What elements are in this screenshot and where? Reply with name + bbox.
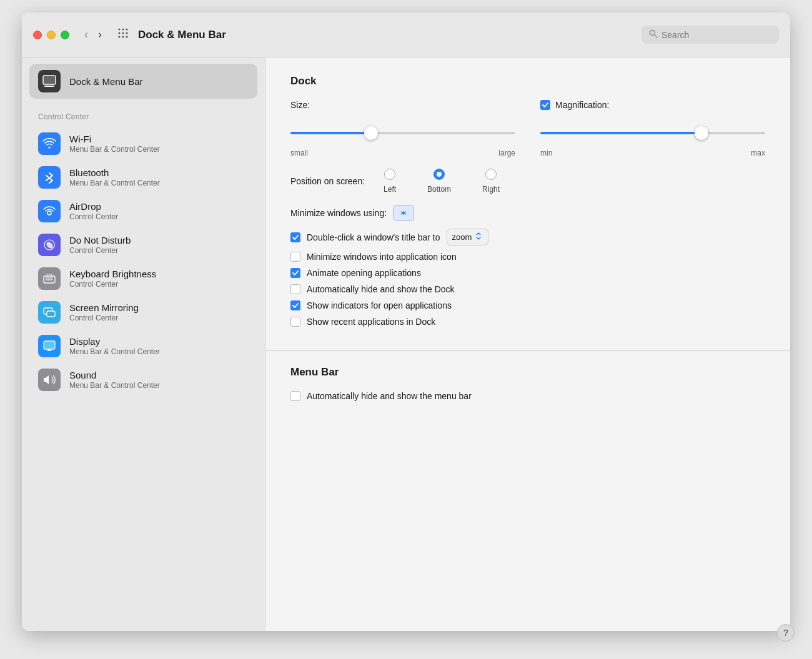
bluetooth-sub-label: Menu Bar & Control Center (69, 179, 160, 187)
dropdown-arrows-icon (474, 232, 483, 242)
traffic-lights (33, 31, 69, 39)
airdrop-sub-label: Control Center (69, 212, 118, 221)
menubar-auto-hide-label: Automatically hide and show the menu bar (307, 391, 472, 401)
magnification-label: Magnification: (555, 100, 609, 110)
dnd-sub-label: Control Center (69, 246, 131, 255)
left-radio[interactable] (384, 169, 395, 180)
left-label: Left (384, 185, 396, 194)
sound-icon (38, 369, 61, 391)
sidebar-item-airdrop[interactable]: AirDrop Control Center (29, 195, 257, 227)
sidebar-item-keyboard[interactable]: Keyboard Brightness Control Center (29, 262, 257, 295)
sidebar-item-wifi[interactable]: Wi-Fi Menu Bar & Control Center (29, 127, 257, 160)
double-click-checkbox[interactable] (290, 232, 300, 242)
sound-label: Sound (69, 370, 160, 380)
minimize-button[interactable] (47, 31, 56, 39)
animate-label: Animate opening applications (307, 268, 421, 278)
search-box[interactable] (641, 26, 779, 44)
svg-point-5 (126, 32, 128, 34)
bottom-radio[interactable] (433, 169, 445, 180)
mag-min-label: min (540, 149, 552, 157)
double-click-value: zoom (452, 232, 472, 242)
animate-checkbox[interactable] (290, 268, 300, 278)
svg-point-0 (119, 29, 121, 31)
size-small-label: small (290, 149, 308, 157)
sidebar-item-display[interactable]: Display Menu Bar & Control Center (29, 330, 257, 362)
auto-hide-label: Automatically hide and show the Dock (307, 284, 455, 294)
menubar-title: Menu Bar (290, 366, 765, 379)
svg-point-2 (126, 29, 128, 31)
show-recent-checkbox[interactable] (290, 317, 300, 327)
svg-point-9 (650, 31, 655, 36)
sidebar: Dock & Menu Bar Control Center Wi-Fi (22, 57, 265, 631)
svg-point-4 (122, 32, 124, 34)
show-indicators-checkbox[interactable] (290, 300, 300, 310)
svg-point-3 (119, 32, 121, 34)
control-center-header: Control Center (22, 102, 265, 126)
menubar-auto-hide-checkbox[interactable] (290, 391, 300, 401)
svg-point-14 (47, 211, 51, 215)
sidebar-item-dock-menu-bar[interactable]: Dock & Menu Bar (29, 64, 257, 99)
show-recent-label: Show recent applications in Dock (307, 317, 435, 327)
minimize-icon-checkbox[interactable] (290, 252, 300, 262)
forward-button[interactable]: › (94, 26, 106, 44)
show-indicators-label: Show indicators for open applications (307, 300, 452, 310)
mag-max-label: max (751, 149, 765, 157)
dnd-label: Do Not Disturb (69, 235, 131, 245)
sound-sub-label: Menu Bar & Control Center (69, 381, 160, 390)
svg-line-25 (47, 274, 47, 275)
bluetooth-label: Bluetooth (69, 167, 160, 178)
svg-point-7 (122, 36, 124, 38)
svg-rect-30 (44, 342, 54, 349)
display-icon (38, 335, 61, 357)
sidebar-item-bluetooth[interactable]: Bluetooth Menu Bar & Control Center (29, 161, 257, 194)
menubar-section: Menu Bar Automatically hide and show the… (265, 351, 790, 422)
svg-rect-15 (44, 276, 55, 283)
minimize-icon-label: Minimize windows into application icon (307, 252, 457, 262)
dock-section: Dock Size: small large (265, 57, 790, 351)
wifi-label: Wi-Fi (69, 134, 160, 144)
svg-line-26 (51, 274, 52, 275)
double-click-dropdown[interactable]: zoom (447, 229, 489, 245)
auto-hide-checkbox[interactable] (290, 284, 300, 294)
position-label: Position on screen: (290, 176, 365, 186)
magnification-checkbox[interactable] (540, 100, 550, 110)
svg-point-1 (122, 29, 124, 31)
search-input[interactable] (661, 30, 771, 40)
grid-icon[interactable] (117, 27, 129, 42)
wifi-sub-label: Menu Bar & Control Center (69, 145, 160, 154)
magnification-slider[interactable] (540, 132, 765, 134)
right-label: Right (482, 185, 500, 194)
svg-point-8 (126, 36, 128, 38)
size-slider[interactable] (290, 132, 515, 134)
dock-title: Dock (290, 75, 765, 87)
keyboard-sub-label: Control Center (69, 280, 156, 289)
sidebar-item-mirroring[interactable]: Screen Mirroring Control Center (29, 296, 257, 329)
help-button[interactable]: ? (777, 624, 795, 642)
keyboard-label: Keyboard Brightness (69, 269, 156, 279)
mirroring-label: Screen Mirroring (69, 302, 139, 313)
content-panel: Dock Size: small large (265, 57, 790, 631)
search-icon (649, 29, 658, 40)
maximize-button[interactable] (61, 31, 69, 39)
close-button[interactable] (33, 31, 42, 39)
wifi-icon (38, 132, 61, 155)
svg-point-6 (119, 36, 121, 38)
right-radio[interactable] (485, 169, 497, 180)
dnd-icon (38, 234, 61, 256)
display-sub-label: Menu Bar & Control Center (69, 347, 160, 356)
airdrop-label: AirDrop (69, 201, 118, 212)
sidebar-item-dnd[interactable]: Do Not Disturb Control Center (29, 229, 257, 261)
position-right[interactable]: Right (482, 169, 500, 194)
dock-menu-bar-label: Dock & Menu Bar (69, 76, 143, 87)
position-left[interactable]: Left (384, 169, 396, 194)
titlebar: ‹ › Dock & Menu Bar (22, 12, 790, 57)
screen-mirroring-icon (38, 301, 61, 324)
minimize-stepper[interactable] (393, 205, 414, 221)
back-button[interactable]: ‹ (81, 26, 92, 44)
size-label: Size: (290, 100, 515, 110)
svg-line-10 (655, 35, 657, 37)
bluetooth-icon (38, 166, 61, 189)
sidebar-item-sound[interactable]: Sound Menu Bar & Control Center (29, 364, 257, 396)
position-bottom[interactable]: Bottom (427, 169, 451, 194)
double-click-label: Double-click a window's title bar to (307, 232, 440, 242)
